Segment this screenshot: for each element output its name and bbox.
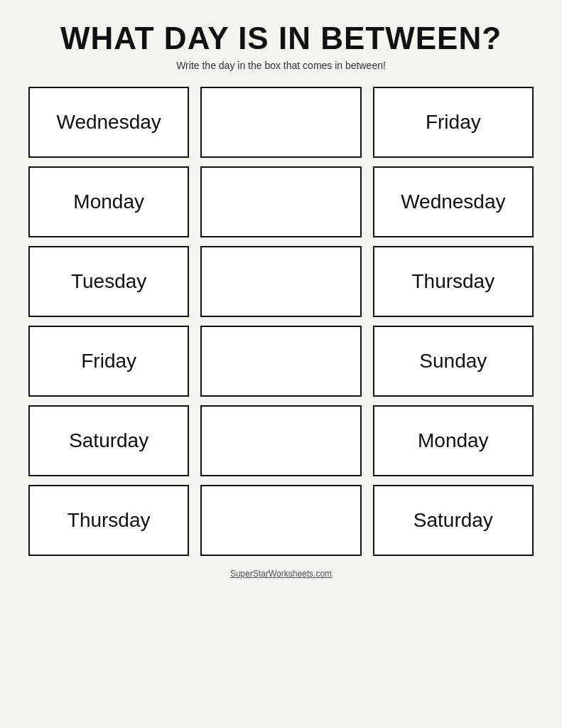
footer-link: SuperStarWorksheets.com bbox=[230, 569, 332, 579]
day-box-left-row1: Monday bbox=[28, 166, 189, 237]
day-box-right-row2: Thursday bbox=[373, 246, 534, 317]
day-box-middle-row5[interactable] bbox=[200, 485, 361, 556]
day-box-right-row1: Wednesday bbox=[373, 166, 534, 237]
day-row: SaturdayMonday bbox=[28, 405, 534, 476]
day-box-left-row4: Saturday bbox=[28, 405, 189, 476]
day-row: TuesdayThursday bbox=[28, 246, 534, 317]
day-box-middle-row2[interactable] bbox=[200, 246, 361, 317]
rows-container: WednesdayFridayMondayWednesdayTuesdayThu… bbox=[28, 87, 534, 556]
day-box-middle-row3[interactable] bbox=[200, 326, 361, 397]
day-row: WednesdayFriday bbox=[28, 87, 534, 158]
day-box-left-row5: Thursday bbox=[28, 485, 189, 556]
day-row: ThursdaySaturday bbox=[28, 485, 534, 556]
day-box-right-row4: Monday bbox=[373, 405, 534, 476]
day-box-left-row0: Wednesday bbox=[28, 87, 189, 158]
day-box-right-row3: Sunday bbox=[373, 326, 534, 397]
day-row: FridaySunday bbox=[28, 326, 534, 397]
day-box-middle-row1[interactable] bbox=[200, 166, 361, 237]
day-box-right-row5: Saturday bbox=[373, 485, 534, 556]
day-box-middle-row4[interactable] bbox=[200, 405, 361, 476]
day-box-left-row3: Friday bbox=[28, 326, 189, 397]
day-box-right-row0: Friday bbox=[373, 87, 534, 158]
day-box-middle-row0[interactable] bbox=[200, 87, 361, 158]
day-box-left-row2: Tuesday bbox=[28, 246, 189, 317]
subtitle: Write the day in the box that comes in b… bbox=[176, 60, 386, 71]
page-title: What Day Is In Between? bbox=[60, 21, 502, 55]
day-row: MondayWednesday bbox=[28, 166, 534, 237]
